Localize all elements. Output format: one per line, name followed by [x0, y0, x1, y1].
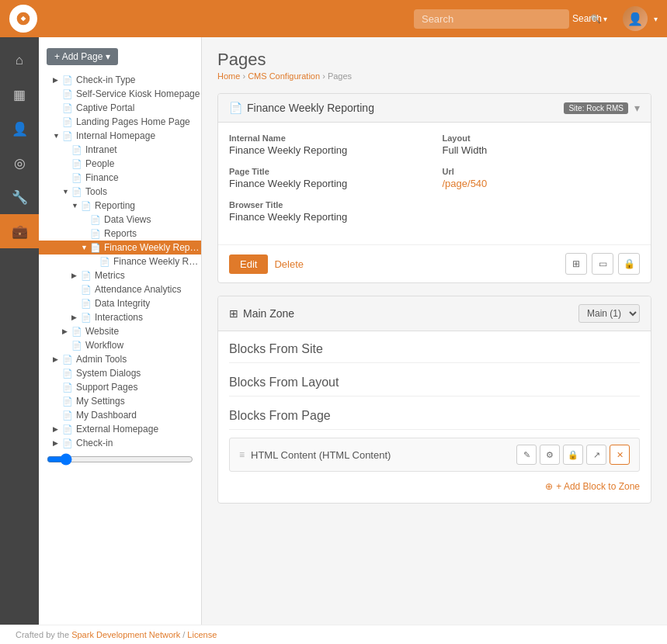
- page-icon: 📄: [71, 341, 82, 351]
- edit-button[interactable]: Edit: [229, 254, 268, 274]
- tree-item-label: Interactions: [95, 312, 143, 323]
- breadcrumb-home[interactable]: Home: [217, 71, 240, 81]
- blocks-from-page-title: Blocks From Page: [229, 409, 640, 430]
- sidebar-item-tools[interactable]: 🔧: [0, 180, 39, 214]
- footer-spark-link[interactable]: Spark Development Network: [71, 630, 180, 639]
- page-icon: 📄: [81, 201, 92, 211]
- arrow-icon: ▶: [62, 327, 71, 335]
- tree-item-label: Internal Homepage: [76, 130, 155, 141]
- tree-item-check-in[interactable]: ▶ 📄 Check-in: [39, 436, 201, 450]
- footer-license-link[interactable]: License: [187, 630, 217, 639]
- tree-item-internal-homepage[interactable]: ▼ 📄 Internal Homepage: [39, 129, 201, 143]
- url-label: Url: [443, 167, 641, 176]
- tree-item-label: Check-in: [76, 438, 113, 448]
- sidebar-item-dashboard[interactable]: ▦: [0, 78, 39, 112]
- tree-item-label: My Dashboard: [76, 410, 137, 421]
- logo[interactable]: [9, 5, 37, 33]
- tree-item-data-views[interactable]: ▶ 📄 Data Views: [39, 213, 201, 227]
- nav-scroll-slider[interactable]: [47, 453, 193, 466]
- search-input[interactable]: [414, 9, 569, 29]
- user-menu[interactable]: 👤 ▾: [617, 6, 658, 31]
- lock-button[interactable]: 🔒: [618, 253, 640, 275]
- tree-item-reporting[interactable]: ▼ 📄 Reporting: [39, 199, 201, 213]
- browser-title-value: Finance Weekly Reporting: [229, 211, 427, 223]
- tree-item-captive-portal[interactable]: ▶ 📄 Captive Portal: [39, 101, 201, 115]
- sidebar-item-people[interactable]: 👤: [0, 112, 39, 146]
- tree-item-self-service[interactable]: ▶ 📄 Self-Service Kiosk Homepage: [39, 87, 201, 101]
- sidebar-item-finance[interactable]: ◎: [0, 146, 39, 180]
- tree-item-label: Check-in Type: [76, 74, 135, 85]
- blocks-from-layout-title: Blocks From Layout: [229, 376, 640, 396]
- tree-item-finance[interactable]: ▶ 📄 Finance: [39, 171, 201, 185]
- tree-item-my-settings[interactable]: ▶ 📄 My Settings: [39, 394, 201, 408]
- drag-handle-icon[interactable]: ≡: [239, 449, 245, 460]
- add-page-button[interactable]: + Add Page ▾: [47, 48, 118, 65]
- info-grid: Internal Name Finance Weekly Reporting L…: [229, 133, 640, 223]
- tree-item-data-integrity[interactable]: ▶ 📄 Data Integrity: [39, 296, 201, 310]
- tree-item-website[interactable]: ▶ 📄 Website: [39, 324, 201, 338]
- tree-item-metrics[interactable]: ▶ 📄 Metrics: [39, 268, 201, 282]
- tree-item-finance-weekly-reporting[interactable]: ▼ 📄 Finance Weekly Reportin…: [39, 241, 201, 254]
- search-caret[interactable]: ▾: [603, 15, 607, 23]
- layout-group: Layout Full Width: [443, 133, 641, 156]
- arrow-icon: ▶: [71, 272, 81, 279]
- tree-item-interactions[interactable]: ▶ 📄 Interactions: [39, 310, 201, 324]
- tree-item-label: Website: [85, 326, 119, 337]
- page-icon: 📄: [81, 271, 92, 281]
- page-icon: 📄: [62, 410, 73, 421]
- block-move-button[interactable]: ↗: [586, 445, 606, 465]
- sidebar-item-home[interactable]: ⌂: [0, 43, 39, 78]
- arrow-icon: ▼: [81, 244, 90, 251]
- tree-item-intranet[interactable]: ▶ 📄 Intranet: [39, 143, 201, 157]
- block-security-button[interactable]: 🔒: [563, 445, 583, 465]
- top-navigation: 🔍 Search ▾ 👤 ▾: [0, 0, 667, 37]
- url-link[interactable]: /page/540: [443, 178, 488, 189]
- page-title-value: Finance Weekly Reporting: [229, 178, 427, 189]
- add-block-section: ⊕ + Add Block to Zone: [229, 481, 640, 492]
- avatar[interactable]: 👤: [623, 6, 648, 31]
- tree-item-people[interactable]: ▶ 📄 People: [39, 157, 201, 171]
- block-edit-button[interactable]: ✎: [516, 445, 537, 465]
- user-caret[interactable]: ▾: [654, 15, 658, 23]
- url-value: /page/540: [443, 178, 641, 189]
- tree-item-label: Data Views: [104, 214, 151, 225]
- tree-item-label: Metrics: [95, 270, 125, 281]
- tree-item-label: Captive Portal: [76, 102, 134, 113]
- delete-icon: ✕: [617, 450, 624, 460]
- hierarchy-button[interactable]: ⊞: [565, 253, 587, 275]
- add-block-button[interactable]: ⊕ + Add Block to Zone: [545, 481, 640, 492]
- page-title-group: Page Title Finance Weekly Reporting: [229, 167, 427, 189]
- tree-item-label: System Dialogs: [76, 368, 141, 379]
- tree-item-support-pages[interactable]: ▶ 📄 Support Pages: [39, 380, 201, 394]
- internal-name-group: Internal Name Finance Weekly Reporting: [229, 133, 427, 156]
- tree-item-admin-tools[interactable]: ▶ 📄 Admin Tools: [39, 352, 201, 366]
- breadcrumb-cms[interactable]: CMS Configuration: [248, 71, 320, 81]
- tree-item-landing-pages[interactable]: ▶ 📄 Landing Pages Home Page: [39, 115, 201, 129]
- page-icon: 📄: [62, 355, 73, 365]
- tree-item-label: Intranet: [85, 144, 117, 155]
- tree-item-tools[interactable]: ▼ 📄 Tools: [39, 185, 201, 199]
- tree-item-label: My Settings: [76, 396, 125, 407]
- tree-item-label: Self-Service Kiosk Homepage: [76, 88, 200, 99]
- tree-item-finance-weekly-report[interactable]: ▶ 📄 Finance Weekly Report: [39, 254, 201, 268]
- tree-item-attendance-analytics[interactable]: ▶ 📄 Attendance Analytics: [39, 282, 201, 296]
- hierarchy-icon: ⊞: [572, 258, 580, 269]
- page-icon: 📄: [71, 327, 82, 337]
- tree-item-external-homepage[interactable]: ▶ 📄 External Homepage: [39, 422, 201, 436]
- tree-item-reports[interactable]: ▶ 📄 Reports: [39, 227, 201, 241]
- device-button[interactable]: ▭: [592, 253, 613, 275]
- page-icon: 📄: [62, 438, 73, 448]
- tree-item-workflow[interactable]: ▶ 📄 Workflow: [39, 338, 201, 352]
- tree-item-system-dialogs[interactable]: ▶ 📄 System Dialogs: [39, 366, 201, 380]
- tree-item-my-dashboard[interactable]: ▶ 📄 My Dashboard: [39, 408, 201, 422]
- grid-icon: ⊞: [229, 307, 238, 320]
- zone-title: ⊞ Main Zone: [229, 307, 578, 320]
- delete-button[interactable]: Delete: [274, 258, 304, 270]
- zone-select[interactable]: Main (1): [578, 304, 640, 323]
- sidebar-item-cms[interactable]: 💼: [0, 214, 39, 248]
- collapse-button[interactable]: ▾: [634, 102, 640, 114]
- block-delete-button[interactable]: ✕: [610, 445, 630, 465]
- footer-separator: /: [182, 630, 185, 639]
- block-settings-button[interactable]: ⚙: [540, 445, 560, 465]
- tree-item-check-in-type[interactable]: ▶ 📄 Check-in Type: [39, 73, 201, 87]
